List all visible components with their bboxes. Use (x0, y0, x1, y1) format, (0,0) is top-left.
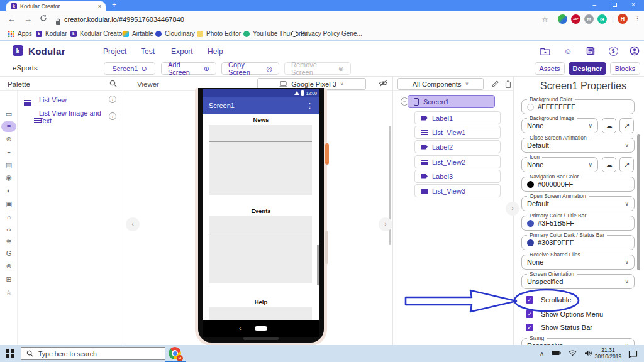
category-extensions-icon[interactable]: ⊞ (0, 274, 18, 285)
menu-help[interactable]: Help (208, 47, 223, 56)
category-sensors-icon[interactable]: ◉ (0, 172, 18, 183)
bookmark-photo-editor[interactable]: Photo Editor (197, 30, 241, 37)
tree-item-screen1[interactable]: Screen1 (408, 95, 495, 108)
open-external-icon[interactable]: ↗ (619, 118, 634, 133)
upload-cloud-icon[interactable]: ☁ (602, 157, 616, 172)
projects-folder-icon[interactable] (540, 45, 551, 57)
rename-pencil-icon[interactable] (491, 80, 499, 89)
tree-item-list-view3[interactable]: List_View3 (414, 184, 501, 197)
label2-preview[interactable]: Events (203, 207, 319, 215)
category-social-icon[interactable]: ☆ (0, 287, 18, 298)
prop-background-image[interactable]: Background Image None ∨ (521, 118, 598, 133)
forward-icon[interactable]: → (24, 14, 32, 25)
category-animation-icon[interactable]: ⊛ (0, 134, 18, 145)
taskbar-clock[interactable]: 21:31 30/10/2019 (592, 347, 625, 359)
tree-item-label1[interactable]: Label1 (414, 111, 501, 124)
assets-button[interactable]: Assets (535, 62, 565, 75)
tree-item-label3[interactable]: Label3 (414, 170, 501, 183)
collapse-components-handle[interactable]: › (506, 202, 519, 216)
close-tab-icon[interactable]: × (98, 3, 101, 9)
url-text[interactable]: creator.kodular.io/#4995176034467840 (64, 16, 184, 23)
back-icon[interactable]: ← (8, 14, 16, 25)
prop-navigation-bar-color[interactable]: Navigation Bar Color #000000FF (521, 177, 635, 192)
adblock-extension-icon[interactable]: ABP (571, 14, 580, 24)
prop-primary-color[interactable]: Primary Color / Title Bar #3F51B5FF (521, 216, 635, 231)
prop-close-screen-animation[interactable]: Close Screen Animation Default ∨ (521, 138, 635, 153)
screen-select-button[interactable]: Screen1⊙ (104, 62, 155, 75)
palette-item-list-view[interactable]: List View (39, 96, 67, 104)
bookmark-airtable[interactable]: Airtable (123, 30, 153, 37)
checkbox-checked-icon[interactable] (526, 324, 533, 331)
tray-expand-icon[interactable]: ∧ (540, 350, 544, 357)
kodular-logo[interactable]: k (13, 45, 23, 56)
action-center-icon[interactable] (628, 349, 638, 361)
info-icon[interactable]: i (109, 96, 116, 103)
menu-project[interactable]: Project (103, 47, 126, 56)
upload-cloud-icon[interactable]: ☁ (602, 118, 616, 133)
prop-show-status-bar[interactable]: Show Status Bar (526, 324, 592, 331)
bookmark-kodular-creator[interactable]: k Kodular Creator (70, 30, 125, 37)
category-storage-icon[interactable]: ▭ (0, 109, 18, 119)
collapse-viewer-handle[interactable]: › (379, 217, 392, 231)
category-media-icon[interactable]: ◐ (0, 185, 18, 196)
phone-scrollbar[interactable] (317, 245, 319, 285)
start-button-icon[interactable] (6, 349, 14, 358)
remove-screen-button[interactable]: Remove Screen⊗ (284, 62, 351, 75)
tree-item-list-view1[interactable]: List_View1 (414, 126, 501, 139)
phone-screen[interactable]: 12:00 Screen1 ⋮ News Events Help (203, 89, 319, 337)
category-connectivity-icon[interactable]: ≋ (0, 236, 18, 247)
mega-extension-icon[interactable]: M (584, 14, 594, 24)
bookmark-apps[interactable]: Apps (8, 30, 32, 37)
add-screen-button[interactable]: Add Screen⊕ (161, 62, 216, 75)
list-view2-preview[interactable] (209, 216, 312, 283)
window-minimize-button[interactable]: – (585, 0, 604, 10)
copy-screen-button[interactable]: Copy Screen◎ (221, 62, 279, 75)
prop-show-options-menu[interactable]: Show Options Menu (526, 310, 603, 318)
collapse-palette-handle[interactable]: ‹ (126, 217, 140, 231)
designer-button[interactable]: Designer (569, 62, 606, 75)
category-monetization-icon[interactable]: ⊜ (0, 261, 18, 272)
menu-export[interactable]: Export (171, 47, 193, 56)
profile-avatar[interactable]: H (618, 14, 628, 24)
grammarly-extension-icon[interactable]: G (597, 14, 607, 24)
list-view3-preview[interactable] (209, 307, 312, 320)
label1-preview[interactable]: News (203, 116, 319, 124)
components-filter-select[interactable]: All Components∨ (397, 78, 484, 90)
prop-background-color[interactable]: Background Color #FFFFFFFF (521, 99, 635, 114)
delete-trash-icon[interactable] (504, 80, 512, 89)
prop-screen-orientation[interactable]: Screen Orientation Unspecified ∨ (521, 274, 635, 289)
window-maximize-button[interactable] (605, 0, 624, 10)
prop-icon[interactable]: Icon None ∨ (521, 157, 598, 172)
android-home-icon[interactable] (255, 326, 267, 331)
blocks-button[interactable]: Blocks (610, 62, 640, 75)
idm-extension-icon[interactable] (558, 14, 567, 24)
tray-battery-icon[interactable] (552, 350, 561, 357)
palette-search-icon[interactable] (109, 80, 117, 89)
page-scrollbar[interactable] (637, 134, 640, 270)
category-google-icon[interactable]: G (0, 248, 18, 259)
bookmark-kodular[interactable]: k Kodular (36, 30, 67, 37)
palette-item-list-view-image-text[interactable]: List View Image and Text (39, 109, 107, 124)
category-code-icon[interactable]: ‹› (0, 224, 18, 235)
prop-receive-shared-files[interactable]: Receive Shared Files None ∨ (521, 255, 635, 270)
browser-menu-icon[interactable]: ⋮ (634, 14, 641, 23)
bookmark-privacy-policy[interactable]: Privacy Policy Gene... (291, 30, 362, 37)
news-icon[interactable] (585, 45, 596, 57)
taskbar-search[interactable]: Type here to search (21, 347, 165, 360)
window-close-button[interactable]: × (624, 0, 643, 10)
category-user-interface-icon[interactable]: ≡ (1, 121, 16, 132)
prop-primary-color-dark[interactable]: Primary Color Dark / Status Bar #303F9FF… (521, 235, 635, 250)
bookmark-cloudinary[interactable]: Cloudinary (155, 30, 195, 37)
prop-open-screen-animation[interactable]: Open Screen Animation Default ∨ (521, 196, 635, 211)
info-icon[interactable]: i (109, 112, 116, 120)
prop-sizing[interactable]: Sizing Responsive ∨ (521, 338, 635, 345)
label3-preview[interactable]: Help (203, 299, 319, 306)
android-back-icon[interactable]: ‹ (239, 324, 242, 332)
options-menu-icon[interactable]: ⋮ (306, 102, 313, 110)
tree-item-label2[interactable]: Label2 (414, 140, 501, 153)
open-external-icon[interactable]: ↗ (619, 157, 634, 172)
category-palette-icon[interactable]: ◒ (0, 146, 18, 157)
new-tab-button[interactable]: + (112, 1, 116, 9)
account-icon[interactable] (629, 45, 640, 57)
monetization-icon[interactable]: $ (608, 45, 619, 57)
